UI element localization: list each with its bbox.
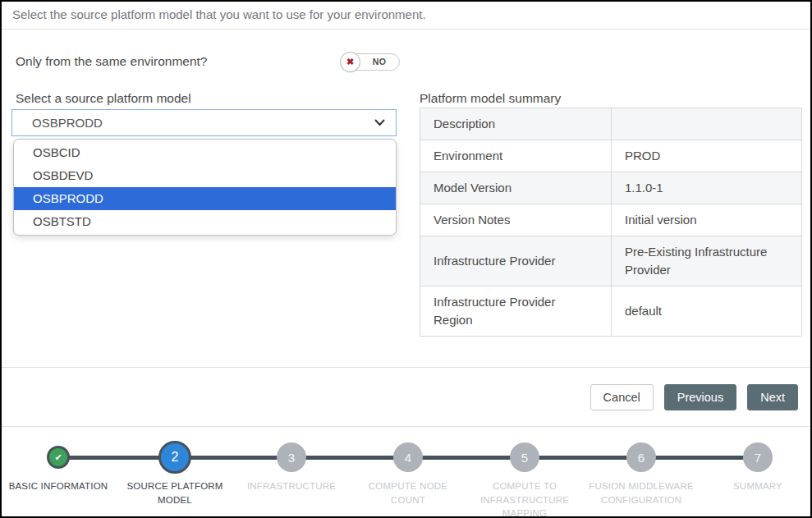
step-5-circle: 5 bbox=[510, 442, 539, 472]
summary-row-value: 1.1.0-1 bbox=[612, 172, 802, 204]
toggle-state-label: NO bbox=[361, 54, 397, 70]
dropdown-option[interactable]: OSBTSTD bbox=[14, 210, 396, 233]
summary-row-label: Infrastructure Provider Region bbox=[420, 287, 612, 337]
step-label: FUSION MIDDLEWARE CONFIGURATION bbox=[576, 479, 707, 507]
summary-row-label: Model Version bbox=[420, 172, 612, 204]
step-label: BASIC INFORMATION bbox=[0, 479, 124, 493]
platform-model-summary-table: Description Environment PROD Model Versi… bbox=[420, 108, 802, 337]
summary-row-value: default bbox=[612, 287, 802, 337]
cancel-button[interactable]: Cancel bbox=[590, 384, 654, 410]
table-row: Model Version 1.1.0-1 bbox=[420, 172, 802, 204]
dropdown-option-selected[interactable]: OSBPRODD bbox=[14, 187, 396, 210]
summary-row-value: Pre-Existing Infrastructure Provider bbox=[612, 236, 802, 287]
summary-row-value: Initial version bbox=[612, 204, 802, 236]
table-row: Infrastructure Provider Pre-Existing Inf… bbox=[420, 236, 802, 287]
step-7-circle: 7 bbox=[743, 442, 773, 472]
previous-button[interactable]: Previous bbox=[664, 384, 736, 410]
step-number: 7 bbox=[755, 451, 761, 465]
table-row: Description bbox=[420, 108, 802, 140]
dropdown-option[interactable]: OSBDEVD bbox=[14, 164, 396, 187]
table-row: Environment PROD bbox=[420, 140, 802, 172]
instruction-text: Select the source platform model that yo… bbox=[2, 2, 810, 30]
step-number: 4 bbox=[405, 451, 411, 465]
checkmark-icon: ✔ bbox=[54, 452, 62, 463]
summary-row-label: Description bbox=[420, 108, 612, 140]
table-row: Infrastructure Provider Region default bbox=[420, 287, 802, 337]
wizard-progress-stepper: ✔ BASIC INFORMATION 2 SOURCE PLATFORM MO… bbox=[2, 427, 810, 516]
source-model-select-label: Select a source platform model bbox=[16, 91, 191, 106]
next-button[interactable]: Next bbox=[747, 384, 798, 410]
step-number: 6 bbox=[638, 451, 645, 465]
step-number: 5 bbox=[521, 451, 528, 465]
summary-row-label: Infrastructure Provider bbox=[420, 236, 612, 287]
summary-row-label: Version Notes bbox=[420, 204, 612, 236]
step-2-active-circle[interactable]: 2 bbox=[158, 441, 191, 474]
step-label: SOURCE PLATFORM MODEL bbox=[109, 479, 241, 507]
summary-row-label: Environment bbox=[420, 140, 612, 172]
step-label: SUMMARY bbox=[692, 479, 812, 493]
step-1-completed-circle[interactable]: ✔ bbox=[47, 446, 70, 469]
step-number: 2 bbox=[172, 450, 179, 465]
wizard-step-body: Only from the same environment? ✖ NO Sel… bbox=[2, 30, 810, 367]
toggle-off-x-icon: ✖ bbox=[340, 52, 360, 72]
chevron-down-icon bbox=[374, 119, 385, 126]
wizard-action-bar: Cancel Previous Next bbox=[2, 367, 810, 427]
step-label: COMPUTE NODE COUNT bbox=[342, 479, 474, 507]
summary-title: Platform model summary bbox=[420, 91, 561, 106]
step-4-circle: 4 bbox=[393, 442, 423, 472]
table-row: Version Notes Initial version bbox=[420, 204, 802, 236]
step-6-circle: 6 bbox=[626, 442, 656, 472]
same-environment-question: Only from the same environment? bbox=[16, 54, 207, 69]
step-number: 3 bbox=[288, 451, 295, 465]
dropdown-option[interactable]: OSBCID bbox=[14, 141, 396, 164]
step-label: COMPUTE TO INFRASTRUCTURE MAPPING bbox=[459, 479, 590, 518]
step-label: INFRASTRUCTURE bbox=[226, 479, 357, 493]
source-model-select[interactable]: OSBPRODD bbox=[11, 109, 397, 136]
wizard-panel: Select the source platform model that yo… bbox=[0, 0, 812, 518]
step-3-circle: 3 bbox=[277, 442, 306, 472]
summary-row-value: PROD bbox=[612, 140, 802, 172]
source-model-dropdown: OSBCID OSBDEVD OSBPRODD OSBTSTD bbox=[13, 139, 397, 236]
summary-row-value bbox=[612, 108, 802, 140]
same-environment-toggle[interactable]: ✖ NO bbox=[341, 53, 400, 71]
source-model-selected-value: OSBPRODD bbox=[32, 116, 103, 130]
